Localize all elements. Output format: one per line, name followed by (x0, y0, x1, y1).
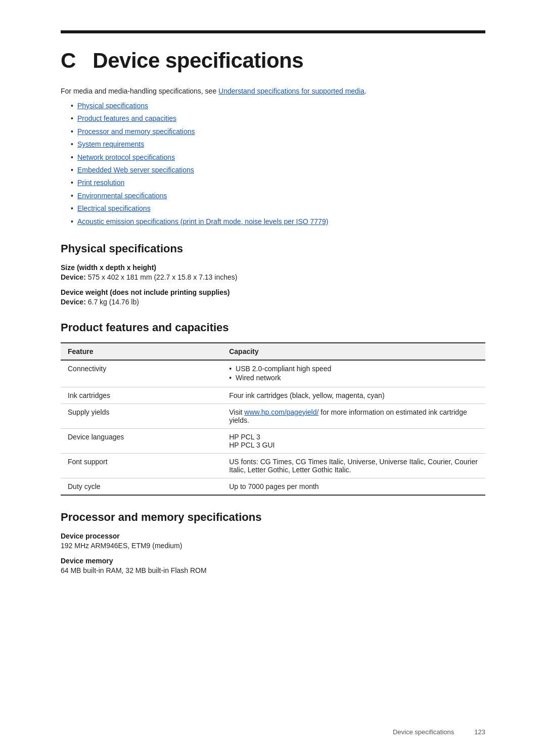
feature-cell: Ink cartridges (61, 387, 222, 404)
physical-section-title: Physical specifications (61, 242, 485, 255)
chapter-letter: C (61, 49, 76, 72)
footer-section-label: Device specifications (393, 728, 454, 736)
capacity-cell: Up to 7000 pages per month (222, 478, 485, 495)
table-row: Duty cycle Up to 7000 pages per month (61, 478, 485, 495)
physical-size-block: Size (width x depth x height) Device: 57… (61, 263, 485, 281)
capacity-cell: Visit www.hp.com/pageyield/ for more inf… (222, 404, 485, 428)
list-item: USB 2.0-compliant high speed (229, 365, 478, 373)
title-text: Device specifications (93, 49, 303, 72)
size-value: Device: 575 x 402 x 181 mm (22.7 x 15.8 … (61, 273, 485, 281)
feature-cell: Connectivity (61, 360, 222, 387)
processor-block: Device processor 192 MHz ARM946ES, ETM9 … (61, 532, 485, 550)
processor-label: Device processor (61, 532, 485, 540)
weight-prefix: Device: (61, 298, 86, 306)
page-footer: Device specifications 123 (393, 728, 485, 736)
feature-cell: Device languages (61, 428, 222, 453)
intro-paragraph: For media and media-handling specificati… (61, 87, 485, 95)
physical-weight-block: Device weight (does not include printing… (61, 288, 485, 306)
page: C Device specifications For media and me… (0, 0, 546, 756)
toc-link[interactable]: Network protocol specifications (77, 152, 175, 163)
toc-item: Print resolution (71, 177, 485, 188)
table-row: Font support US fonts: CG Times, CG Time… (61, 453, 485, 478)
toc-item: Physical specifications (71, 100, 485, 111)
table-row: Connectivity USB 2.0-compliant high spee… (61, 360, 485, 387)
capacity-cell: USB 2.0-compliant high speed Wired netwo… (222, 360, 485, 387)
intro-text-prefix: For media and media-handling specificati… (61, 87, 218, 95)
memory-label: Device memory (61, 557, 485, 565)
footer-page-number: 123 (474, 728, 485, 736)
toc-item: Processor and memory specifications (71, 126, 485, 137)
supply-link[interactable]: www.hp.com/pageyield/ (244, 408, 318, 416)
toc-link[interactable]: Physical specifications (77, 100, 148, 111)
table-header-capacity: Capacity (222, 343, 485, 360)
list-item: Wired network (229, 374, 478, 382)
toc-link[interactable]: Embedded Web server specifications (77, 164, 194, 175)
weight-text: 6.7 kg (14.76 lb) (86, 298, 139, 306)
table-row: Ink cartridges Four ink cartridges (blac… (61, 387, 485, 404)
memory-value: 64 MB built-in RAM, 32 MB built-in Flash… (61, 566, 485, 574)
size-label: Size (width x depth x height) (61, 263, 485, 272)
feature-cell: Duty cycle (61, 478, 222, 495)
table-row: Supply yields Visit www.hp.com/pageyield… (61, 404, 485, 428)
toc-link[interactable]: Print resolution (77, 177, 124, 188)
top-border (61, 30, 485, 33)
table-row: Device languages HP PCL 3 HP PCL 3 GUI (61, 428, 485, 453)
feature-cell: Font support (61, 453, 222, 478)
toc-link[interactable]: System requirements (77, 139, 144, 150)
toc-link[interactable]: Electrical specifications (77, 203, 151, 214)
toc-item: Acoustic emission specifications (print … (71, 216, 485, 227)
table-header-feature: Feature (61, 343, 222, 360)
features-section-title: Product features and capacities (61, 321, 485, 334)
processor-value: 192 MHz ARM946ES, ETM9 (medium) (61, 542, 485, 550)
size-text: 575 x 402 x 181 mm (22.7 x 15.8 x 7.13 i… (86, 273, 238, 281)
lang-line1: HP PCL 3 (229, 433, 478, 441)
toc-link[interactable]: Environmental specifications (77, 190, 167, 201)
lang-line2: HP PCL 3 GUI (229, 441, 478, 449)
capacity-cell: HP PCL 3 HP PCL 3 GUI (222, 428, 485, 453)
capacity-list: USB 2.0-compliant high speed Wired netwo… (229, 365, 478, 382)
toc-item: Network protocol specifications (71, 152, 485, 163)
weight-value: Device: 6.7 kg (14.76 lb) (61, 298, 485, 306)
toc-item: System requirements (71, 139, 485, 150)
supply-prefix: Visit (229, 408, 244, 416)
toc-item: Environmental specifications (71, 190, 485, 201)
toc-link[interactable]: Acoustic emission specifications (print … (77, 216, 328, 227)
toc-item: Embedded Web server specifications (71, 164, 485, 175)
intro-link[interactable]: Understand specifications for supported … (218, 87, 365, 95)
features-table: Feature Capacity Connectivity USB 2.0-co… (61, 342, 485, 496)
toc-link[interactable]: Processor and memory specifications (77, 126, 195, 137)
feature-cell: Supply yields (61, 404, 222, 428)
toc-list: Physical specifications Product features… (71, 100, 485, 227)
processor-section-title: Processor and memory specifications (61, 511, 485, 524)
capacity-cell: US fonts: CG Times, CG Times Italic, Uni… (222, 453, 485, 478)
toc-link[interactable]: Product features and capacities (77, 113, 176, 124)
size-prefix: Device: (61, 273, 86, 281)
page-title: C Device specifications (61, 49, 485, 73)
capacity-cell: Four ink cartridges (black, yellow, mage… (222, 387, 485, 404)
toc-item: Product features and capacities (71, 113, 485, 124)
weight-label: Device weight (does not include printing… (61, 288, 485, 296)
memory-block: Device memory 64 MB built-in RAM, 32 MB … (61, 557, 485, 574)
toc-item: Electrical specifications (71, 203, 485, 214)
